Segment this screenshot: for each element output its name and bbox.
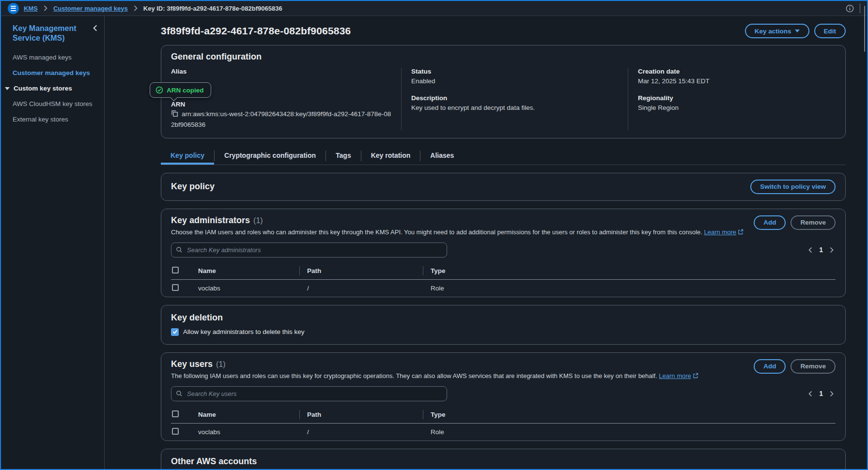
add-key-administrators-button[interactable]: Add bbox=[754, 215, 786, 230]
arn-copied-tooltip: ARN copied bbox=[150, 82, 211, 98]
cell-name: voclabs bbox=[190, 423, 299, 440]
key-users-pagination: 1 bbox=[808, 390, 836, 397]
sidebar-title-kms[interactable]: Key Management Service (KMS) bbox=[13, 24, 85, 43]
breadcrumb-customer-managed-keys[interactable]: Customer managed keys bbox=[53, 5, 128, 12]
regionality-label: Regionality bbox=[638, 94, 836, 102]
column-header-type[interactable]: Type bbox=[423, 262, 836, 280]
scrollbar-thumb[interactable] bbox=[864, 6, 865, 52]
breadcrumb-kms[interactable]: KMS bbox=[24, 5, 38, 12]
topbar-divider bbox=[860, 3, 860, 13]
external-link-icon bbox=[738, 228, 744, 237]
arn-value: arn:aws:kms:us-west-2:047982643428:key/3… bbox=[171, 110, 391, 128]
learn-more-link[interactable]: Learn more bbox=[704, 228, 744, 236]
cell-name: voclabs bbox=[190, 279, 299, 297]
general-config-column-2: Status Enabled Description Key used to e… bbox=[401, 68, 628, 130]
key-administrators-panel: Key administrators (1) Choose the IAM us… bbox=[161, 209, 846, 297]
sidebar-item-aws-managed-keys[interactable]: AWS managed keys bbox=[13, 54, 97, 61]
external-link-icon bbox=[693, 372, 698, 381]
remove-key-users-button[interactable]: Remove bbox=[790, 359, 836, 374]
table-header-row: Name Path Type bbox=[171, 262, 836, 280]
edit-button[interactable]: Edit bbox=[814, 24, 846, 38]
column-header-name[interactable]: Name bbox=[190, 406, 299, 424]
learn-more-text: Learn more bbox=[659, 372, 691, 379]
key-administrators-count: (1) bbox=[253, 216, 263, 225]
previous-page-icon[interactable] bbox=[808, 247, 812, 253]
learn-more-link[interactable]: Learn more bbox=[659, 372, 698, 379]
key-administrators-pagination: 1 bbox=[808, 246, 836, 254]
column-header-name[interactable]: Name bbox=[190, 262, 299, 280]
sidebar-item-custom-key-stores[interactable]: Custom key stores bbox=[5, 85, 97, 92]
key-administrators-description: Choose the IAM users and roles who can a… bbox=[171, 228, 744, 237]
chevron-right-icon bbox=[44, 5, 47, 11]
page-number[interactable]: 1 bbox=[819, 246, 823, 254]
cell-type: Role bbox=[423, 423, 836, 440]
sidebar-item-label: Custom key stores bbox=[14, 85, 72, 92]
info-icon[interactable] bbox=[846, 4, 854, 13]
search-key-users-input[interactable] bbox=[171, 386, 447, 401]
main-content: 3f89f9fd-a292-4617-878e-082bf9065836 Key… bbox=[105, 16, 867, 469]
status-label: Status bbox=[411, 68, 628, 75]
description-text: The following IAM users and roles can us… bbox=[171, 372, 657, 379]
description-label: Description bbox=[411, 94, 628, 102]
general-configuration-panel: General configuration Alias ARN copied A… bbox=[161, 45, 846, 138]
key-users-description: The following IAM users and roles can us… bbox=[171, 372, 698, 381]
column-header-path[interactable]: Path bbox=[299, 262, 423, 280]
chevron-right-icon bbox=[134, 5, 138, 11]
kms-console-window: KMS Customer managed keys Key ID: 3f89f9… bbox=[0, 0, 868, 470]
cell-path: / bbox=[299, 423, 423, 440]
sidebar-navigation: Key Management Service (KMS) AWS managed… bbox=[1, 16, 105, 469]
row-checkbox[interactable] bbox=[172, 284, 179, 291]
column-header-type[interactable]: Type bbox=[423, 406, 836, 424]
key-users-title: Key users bbox=[171, 359, 213, 369]
table-row: voclabs / Role bbox=[171, 279, 836, 297]
detail-tabs: Key policy Cryptographic configuration T… bbox=[161, 147, 846, 165]
sidebar-item-external-key-stores[interactable]: External key stores bbox=[13, 116, 97, 123]
key-actions-label: Key actions bbox=[755, 28, 791, 35]
add-key-users-button[interactable]: Add bbox=[754, 359, 786, 374]
tab-tags[interactable]: Tags bbox=[326, 147, 361, 165]
select-all-checkbox[interactable] bbox=[172, 410, 179, 417]
allow-deletion-checkbox[interactable] bbox=[171, 328, 179, 336]
tab-cryptographic-configuration[interactable]: Cryptographic configuration bbox=[215, 147, 326, 165]
remove-key-administrators-button[interactable]: Remove bbox=[790, 215, 836, 230]
select-all-checkbox[interactable] bbox=[172, 267, 179, 273]
other-aws-accounts-panel: Other AWS accounts Add other AWS account… bbox=[161, 449, 846, 469]
cell-type: Role bbox=[423, 279, 836, 297]
hamburger-menu-icon[interactable] bbox=[8, 3, 19, 14]
key-users-count: (1) bbox=[216, 360, 226, 369]
key-actions-button[interactable]: Key actions bbox=[745, 24, 809, 38]
allow-deletion-label[interactable]: Allow key administrators to delete this … bbox=[183, 328, 305, 335]
previous-page-icon[interactable] bbox=[808, 391, 812, 397]
sidebar-item-cloudhsm-key-stores[interactable]: AWS CloudHSM key stores bbox=[13, 100, 97, 107]
status-value: Enabled bbox=[411, 76, 628, 86]
key-policy-panel: Key policy Switch to policy view bbox=[161, 173, 846, 201]
regionality-value: Single Region bbox=[638, 103, 836, 113]
sidebar-item-customer-managed-keys[interactable]: Customer managed keys bbox=[13, 69, 97, 76]
table-row: voclabs / Role bbox=[171, 423, 836, 440]
switch-to-policy-view-button[interactable]: Switch to policy view bbox=[750, 180, 836, 194]
learn-more-text: Learn more bbox=[704, 228, 736, 236]
description-text: Choose the IAM users and roles who can a… bbox=[171, 228, 702, 236]
triangle-down-icon bbox=[5, 87, 10, 90]
check-circle-icon bbox=[155, 86, 163, 94]
next-page-icon[interactable] bbox=[830, 391, 834, 397]
column-header-path[interactable]: Path bbox=[299, 406, 423, 424]
sidebar-collapse-icon[interactable] bbox=[93, 25, 97, 31]
breadcrumb-key-id: Key ID: 3f89f9fd-a292-4617-878e-082bf906… bbox=[143, 5, 282, 12]
general-configuration-title: General configuration bbox=[171, 52, 836, 62]
tab-aliases[interactable]: Aliases bbox=[420, 147, 464, 165]
general-config-column-3: Creation date Mar 12, 2025 15:43 EDT Reg… bbox=[628, 68, 836, 130]
row-checkbox[interactable] bbox=[172, 428, 179, 435]
creation-date-label: Creation date bbox=[638, 68, 836, 75]
tab-key-policy[interactable]: Key policy bbox=[161, 147, 214, 165]
description-value: Key used to encrypt and decrypt data fil… bbox=[411, 103, 628, 113]
other-aws-accounts-title: Other AWS accounts bbox=[171, 456, 836, 467]
arn-copied-text: ARN copied bbox=[167, 87, 204, 94]
key-deletion-title: Key deletion bbox=[171, 313, 836, 323]
page-number[interactable]: 1 bbox=[819, 390, 823, 397]
key-deletion-panel: Key deletion Allow key administrators to… bbox=[161, 305, 846, 345]
next-page-icon[interactable] bbox=[830, 247, 834, 253]
tab-key-rotation[interactable]: Key rotation bbox=[361, 147, 420, 165]
search-key-administrators-input[interactable] bbox=[171, 243, 447, 258]
copy-icon[interactable] bbox=[171, 110, 178, 120]
